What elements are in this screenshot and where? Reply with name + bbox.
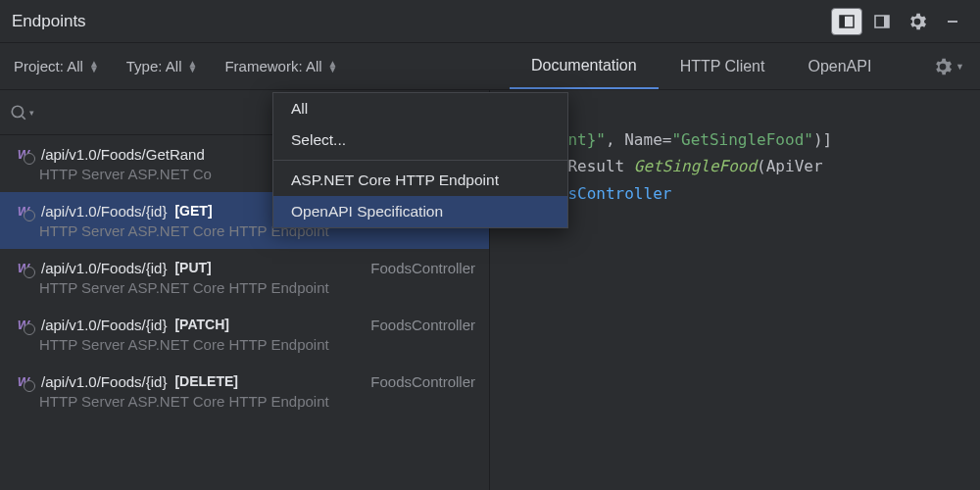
chevron-down-icon: ▼: [956, 62, 964, 72]
svg-rect-3: [884, 16, 889, 27]
framework-filter-popup: All Select... ASP.NET Core HTTP Endpoint…: [272, 92, 568, 228]
minimize-icon[interactable]: [937, 8, 968, 35]
popup-separator: [273, 160, 567, 161]
popup-item-aspnet[interactable]: ASP.NET Core HTTP Endpoint: [273, 165, 567, 196]
tab-openapi[interactable]: OpenAPI: [786, 43, 893, 89]
endpoint-item[interactable]: W /api/v1.0/Foods/{id} [DELETE] FoodsCon…: [0, 363, 489, 419]
settings-icon[interactable]: [902, 8, 933, 35]
tab-http-client[interactable]: HTTP Client: [659, 43, 787, 89]
panel-title: Endpoints: [12, 12, 86, 31]
popup-item-openapi[interactable]: OpenAPI Specification: [273, 196, 567, 227]
svg-point-5: [12, 106, 23, 117]
endpoint-icon: W: [14, 145, 33, 163]
sort-icon: ▲▼: [187, 61, 197, 73]
endpoint-icon: W: [14, 372, 33, 390]
svg-line-6: [22, 116, 24, 119]
endpoint-item[interactable]: W /api/v1.0/Foods/{id} [PUT] FoodsContro…: [0, 249, 489, 306]
sort-icon: ▲▼: [328, 61, 338, 73]
layout-right-icon[interactable]: [866, 8, 898, 35]
filter-type[interactable]: Type: All ▲▼: [113, 43, 212, 89]
filter-project[interactable]: Project: All ▲▼: [0, 43, 113, 89]
svg-rect-1: [840, 16, 845, 27]
tab-documentation[interactable]: Documentation: [510, 43, 659, 89]
chevron-down-icon: ▾: [29, 108, 34, 118]
endpoint-icon: W: [14, 202, 33, 220]
endpoint-item[interactable]: W /api/v1.0/Foods/{id} [PATCH] FoodsCont…: [0, 306, 489, 363]
endpoint-icon: W: [14, 316, 33, 333]
popup-item-select[interactable]: Select...: [273, 124, 567, 156]
endpoint-icon: W: [14, 259, 33, 276]
filter-framework[interactable]: Framework: All ▲▼: [211, 43, 351, 89]
filter-settings[interactable]: ▼: [918, 58, 980, 75]
sort-icon: ▲▼: [89, 61, 99, 73]
popup-item-all[interactable]: All: [273, 93, 567, 124]
layout-left-icon[interactable]: [831, 8, 862, 35]
